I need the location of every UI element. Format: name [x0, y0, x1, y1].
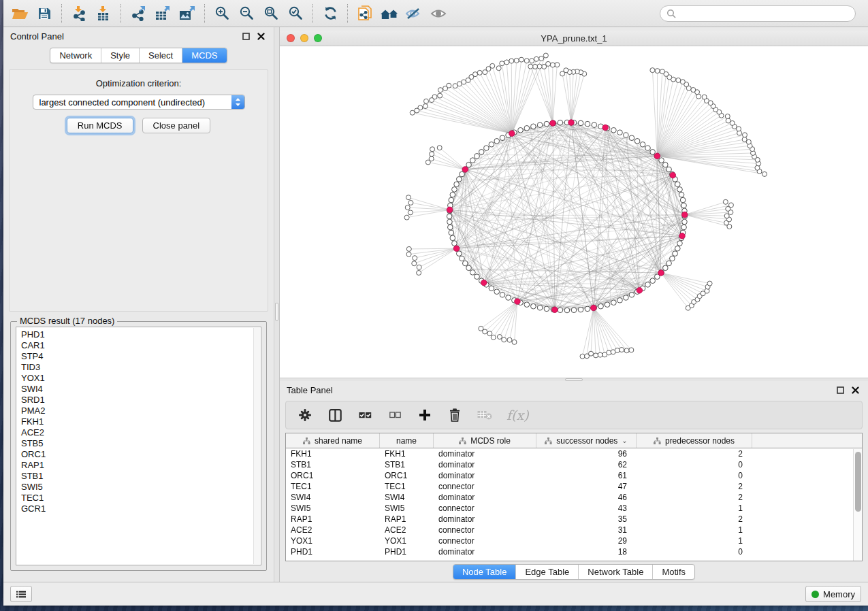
mcds-result-item[interactable]: SRD1	[21, 395, 261, 406]
mcds-result-item[interactable]: SWI5	[21, 482, 261, 493]
table-row[interactable]: TEC1TEC1connector472	[286, 481, 862, 492]
memory-button[interactable]: Memory	[805, 586, 861, 602]
table-row[interactable]: ORC1ORC1dominator610	[286, 470, 862, 481]
vertical-splitter[interactable]	[274, 27, 280, 582]
splitter-grip[interactable]	[275, 303, 278, 320]
tab-node-table[interactable]: Node Table	[453, 565, 516, 579]
refresh-network-icon[interactable]	[318, 3, 342, 24]
control-panel: Control Panel NetworkStyleSelectMCDS Opt…	[3, 27, 274, 582]
show-columns-panel-icon[interactable]	[327, 407, 343, 423]
mcds-result-item[interactable]: GCR1	[21, 503, 261, 514]
table-row[interactable]: FKH1FKH1dominator962	[286, 448, 862, 459]
control-panel-title: Control Panel	[10, 31, 64, 42]
mcds-result-item[interactable]: PHD1	[21, 329, 261, 340]
export-table-icon[interactable]	[150, 3, 175, 24]
horizontal-splitter[interactable]	[280, 378, 868, 381]
cell-predecessor-nodes: 2	[637, 514, 752, 525]
splitter-grip[interactable]	[565, 378, 583, 381]
criterion-select[interactable]: largest connected component (undirected)	[33, 95, 245, 110]
mcds-result-list[interactable]: PHD1CAR1STP4TID3YOX1SWI4SRD1PMA2FKH1ACE2…	[16, 327, 261, 565]
table-row[interactable]: PHD1PHD1dominator180	[286, 546, 862, 557]
mcds-result-item[interactable]: SWI4	[21, 384, 261, 395]
delete-column-trash-icon[interactable]	[447, 407, 463, 423]
task-history-button[interactable]	[10, 586, 32, 602]
hide-selected-icon[interactable]	[402, 3, 426, 24]
table-row[interactable]: ACE2ACE2connector311	[286, 525, 862, 535]
tab-network-table[interactable]: Network Table	[578, 565, 652, 579]
search-input[interactable]	[680, 9, 849, 18]
mcds-result-item[interactable]: YOX1	[21, 373, 261, 384]
select-all-columns-icon[interactable]	[357, 407, 373, 423]
table-row[interactable]: YOX1YOX1connector291	[286, 535, 862, 546]
close-panel-icon[interactable]	[255, 31, 267, 42]
table-row[interactable]: STB1STB1dominator620	[286, 459, 862, 470]
first-neighbors-icon[interactable]	[377, 3, 402, 24]
tab-network[interactable]: Network	[50, 48, 101, 63]
cell-name: YOX1	[380, 535, 434, 546]
export-image-icon[interactable]	[175, 3, 199, 24]
tab-style[interactable]: Style	[101, 48, 139, 63]
create-column-plus-icon[interactable]	[417, 407, 433, 423]
zoom-fit-icon[interactable]	[259, 3, 283, 24]
table-scrollbar[interactable]	[853, 449, 862, 561]
mcds-result-item[interactable]: FKH1	[21, 416, 261, 427]
column-header-name[interactable]: name	[380, 433, 434, 448]
network-graph[interactable]	[280, 46, 868, 378]
zoom-out-icon[interactable]	[234, 3, 259, 24]
network-canvas[interactable]	[280, 46, 868, 378]
export-network-icon[interactable]	[126, 3, 150, 24]
float-panel-icon[interactable]	[240, 31, 252, 42]
show-all-icon[interactable]	[426, 3, 451, 24]
column-header-successor-nodes[interactable]: successor nodes⌄	[536, 433, 637, 448]
zoom-in-icon[interactable]	[210, 3, 234, 24]
cell-mcds-role: dominator	[434, 470, 536, 481]
table-settings-gear-icon[interactable]	[297, 407, 313, 423]
mcds-result-item[interactable]: STB1	[21, 471, 261, 482]
mcds-result-item[interactable]: RAP1	[21, 460, 261, 471]
float-panel-icon[interactable]	[834, 384, 846, 395]
tab-motifs[interactable]: Motifs	[652, 565, 694, 579]
column-header-predecessor-nodes[interactable]: predecessor nodes	[637, 433, 752, 448]
close-panel-button[interactable]: Close panel	[142, 118, 211, 133]
open-file-icon[interactable]	[7, 3, 32, 24]
mcds-result-item[interactable]: TID3	[21, 362, 261, 373]
save-session-icon[interactable]	[32, 3, 57, 24]
column-header-shared-name[interactable]: shared name	[286, 433, 380, 448]
cell-successor-nodes: 62	[536, 459, 637, 470]
run-mcds-button[interactable]: Run MCDS	[67, 118, 133, 133]
cell-name: ORC1	[380, 470, 434, 481]
cell-predecessor-nodes: 2	[637, 448, 752, 459]
list-scrollbar[interactable]	[253, 328, 260, 564]
cell-mcds-role: connector	[434, 481, 536, 492]
table-row[interactable]: SWI4SWI4dominator462	[286, 492, 862, 503]
cell-name: RAP1	[380, 514, 434, 525]
mcds-result-item[interactable]: ORC1	[21, 449, 261, 460]
import-network-icon[interactable]	[67, 3, 91, 24]
zoom-selected-icon[interactable]	[283, 3, 308, 24]
tab-select[interactable]: Select	[139, 48, 182, 63]
tab-edge-table[interactable]: Edge Table	[515, 565, 578, 579]
mcds-result-item[interactable]: CAR1	[21, 340, 261, 351]
mcds-result-item[interactable]: TEC1	[21, 493, 261, 503]
cell-successor-nodes: 61	[536, 470, 637, 481]
search-box[interactable]	[660, 5, 856, 22]
cell-successor-nodes: 29	[536, 535, 637, 546]
import-table-icon[interactable]	[91, 3, 116, 24]
mcds-result-item[interactable]: PMA2	[21, 406, 261, 416]
network-window-titlebar[interactable]: YPA_prune.txt_1	[280, 31, 868, 46]
mcds-result-item[interactable]: STB5	[21, 438, 261, 449]
table-row[interactable]: SWI5SWI5connector431	[286, 503, 862, 514]
cell-successor-nodes: 96	[536, 448, 637, 459]
scrollbar-thumb[interactable]	[855, 452, 861, 512]
cell-mcds-role: dominator	[434, 546, 536, 557]
close-panel-icon[interactable]	[849, 384, 861, 395]
tab-mcds[interactable]: MCDS	[182, 48, 226, 63]
unselect-all-columns-icon[interactable]	[387, 407, 403, 423]
mcds-result-item[interactable]: ACE2	[21, 427, 261, 438]
table-row[interactable]: RAP1RAP1dominator352	[286, 514, 862, 525]
column-header-mcds-role[interactable]: MCDS role	[434, 433, 536, 448]
function-builder-icon: f(x)	[507, 408, 529, 423]
share-network-document-icon[interactable]	[353, 3, 377, 24]
mcds-result-item[interactable]: STP4	[21, 351, 261, 362]
cell-predecessor-nodes: 1	[637, 503, 752, 514]
